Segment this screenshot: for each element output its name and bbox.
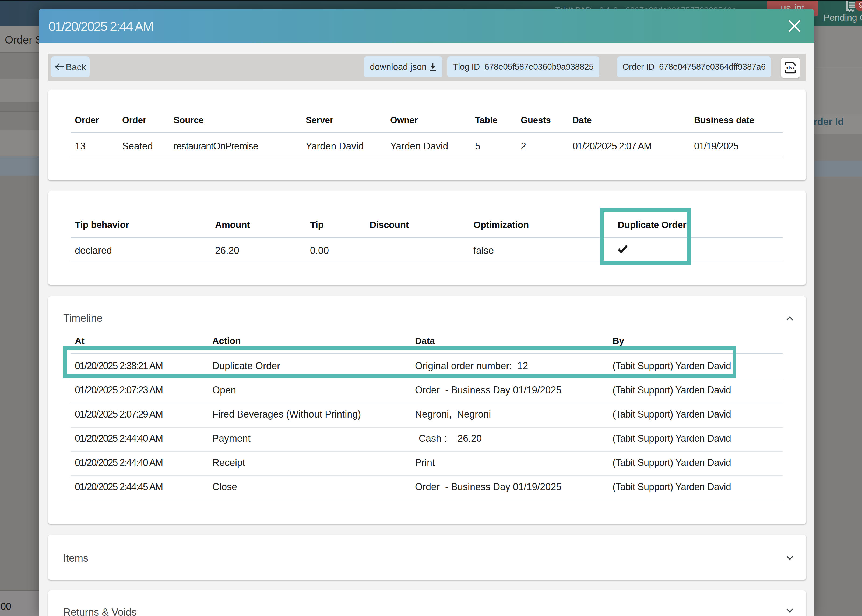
svg-text:xlsx: xlsx (786, 65, 795, 71)
